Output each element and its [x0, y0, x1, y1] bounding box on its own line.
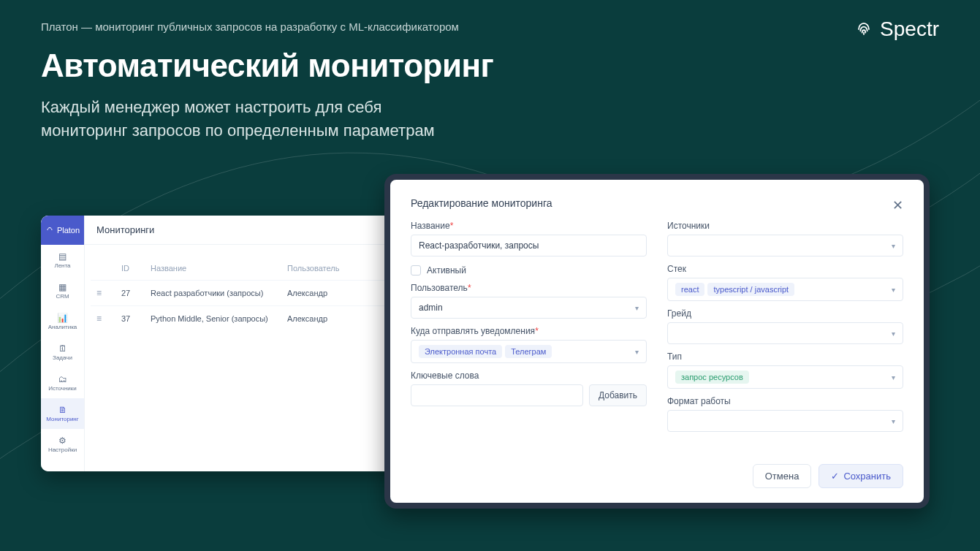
- selected-user: admin: [419, 303, 443, 313]
- sidebar-item-label: Аналитика: [48, 324, 77, 330]
- page-title: Автоматический мониторинг: [41, 48, 939, 84]
- sidebar-item-sources[interactable]: 🗂Источники: [41, 368, 84, 398]
- required-marker: *: [468, 283, 471, 293]
- edit-monitoring-modal: Редактирование мониторинга ✕ Название* R…: [384, 174, 930, 509]
- required-marker: *: [450, 221, 454, 231]
- app-icon: [45, 226, 54, 235]
- tag-typescript[interactable]: typescript / javascript: [707, 283, 794, 296]
- field-notify: Куда отправлять уведомления* Электронная…: [411, 326, 647, 363]
- close-button[interactable]: ✕: [892, 197, 903, 213]
- sidebar-item-label: Настройки: [48, 446, 77, 453]
- save-label: Сохранить: [843, 471, 891, 482]
- add-keyword-button[interactable]: Добавить: [589, 384, 647, 406]
- breadcrumb: Платон — мониторинг публичных запросов н…: [0, 0, 980, 33]
- label-stack: Стек: [667, 264, 903, 274]
- field-type: Тип запрос ресурсов: [667, 352, 903, 389]
- tag-react[interactable]: react: [675, 283, 704, 296]
- grid-icon: ▦: [58, 283, 67, 292]
- select-stack[interactable]: react typescript / javascript: [667, 278, 903, 301]
- field-keywords: Ключевые слова Добавить: [411, 370, 647, 406]
- label-user: Пользователь: [411, 283, 468, 293]
- columns-icon: ▤: [58, 252, 67, 261]
- label-active: Активный: [427, 265, 466, 276]
- sidebar-item-tasks[interactable]: 🗓Задачи: [41, 337, 84, 368]
- select-user[interactable]: admin: [411, 297, 647, 319]
- select-notify[interactable]: Электронная почта Телеграм: [411, 340, 647, 363]
- drag-handle-icon[interactable]: ≡: [96, 288, 121, 298]
- select-type[interactable]: запрос ресурсов: [667, 365, 903, 389]
- sidebar-item-label: Мониторинг: [46, 416, 78, 422]
- sidebar-item-analytics[interactable]: 📊Аналитика: [41, 306, 84, 337]
- checkbox-active[interactable]: [411, 265, 421, 276]
- label-notify: Куда отправлять уведомления: [411, 326, 535, 336]
- sidebar-item-label: Источники: [48, 385, 77, 392]
- close-icon: ✕: [892, 198, 903, 213]
- sidebar-item-label: Лента: [54, 262, 70, 269]
- required-marker: *: [535, 326, 539, 336]
- app-name: Platon: [57, 226, 80, 235]
- cell-name: React разработчики (запросы): [151, 289, 287, 297]
- cell-name: Python Middle, Senior (запросы): [151, 314, 287, 323]
- document-icon: 🗎: [58, 406, 67, 414]
- sidebar-item-settings[interactable]: ⚙Настройки: [41, 429, 84, 460]
- tag-resource-request[interactable]: запрос ресурсов: [675, 370, 749, 384]
- field-grade: Грейд: [667, 308, 903, 344]
- sidebar-item-crm[interactable]: ▦CRM: [41, 276, 84, 306]
- sidebar-item-feed[interactable]: ▤Лента: [41, 245, 84, 276]
- field-format: Формат работы: [667, 396, 903, 432]
- cancel-button[interactable]: Отмена: [753, 464, 812, 488]
- monitoring-table: ID Название Пользователь ≡ 27 React разр…: [85, 245, 436, 343]
- label-format: Формат работы: [667, 396, 903, 406]
- input-name[interactable]: React-разработчики, запросы: [411, 235, 647, 256]
- check-icon: ✓: [831, 471, 839, 482]
- gear-icon: ⚙: [58, 436, 67, 445]
- modal-title: Редактирование мониторинга: [411, 197, 552, 209]
- label-type: Тип: [667, 352, 903, 362]
- col-id: ID: [121, 264, 151, 273]
- brand-logo: Spectr: [854, 18, 939, 41]
- chart-icon: 📊: [57, 314, 68, 322]
- drag-handle-icon[interactable]: ≡: [96, 314, 121, 324]
- input-keyword[interactable]: [411, 384, 583, 406]
- list-page-title: Мониторинги: [85, 216, 436, 245]
- table-row[interactable]: ≡ 37 Python Middle, Senior (запросы) Але…: [91, 305, 430, 331]
- tag-email[interactable]: Электронная почта: [419, 345, 502, 358]
- col-name: Название: [151, 264, 287, 273]
- app-brand: Platon: [41, 216, 84, 245]
- label-keywords: Ключевые слова: [411, 370, 647, 381]
- select-grade[interactable]: [667, 322, 903, 344]
- table-row[interactable]: ≡ 27 React разработчики (запросы) Алекса…: [91, 280, 430, 305]
- fingerprint-icon: [854, 19, 874, 39]
- sidebar: Platon ▤Лента ▦CRM 📊Аналитика 🗓Задачи 🗂И…: [41, 216, 85, 471]
- calendar-icon: 🗓: [58, 344, 67, 353]
- label-grade: Грейд: [667, 308, 903, 319]
- select-format[interactable]: [667, 410, 903, 432]
- label-sources: Источники: [667, 221, 903, 231]
- sidebar-item-label: Задачи: [53, 354, 72, 361]
- field-sources: Источники: [667, 221, 903, 256]
- page-subtitle: Каждый менеджер может настроить для себя…: [41, 96, 450, 142]
- sidebar-item-monitoring[interactable]: 🗎Мониторинг: [41, 398, 84, 429]
- field-stack: Стек react typescript / javascript: [667, 264, 903, 301]
- layers-icon: 🗂: [58, 375, 67, 384]
- cell-id: 27: [121, 289, 151, 297]
- tag-telegram[interactable]: Телеграм: [505, 345, 552, 358]
- label-name: Название: [411, 221, 450, 231]
- sidebar-item-label: CRM: [56, 293, 69, 300]
- cell-id: 37: [121, 314, 151, 323]
- field-user: Пользователь* admin: [411, 283, 647, 319]
- field-active[interactable]: Активный: [411, 265, 647, 276]
- field-name: Название* React-разработчики, запросы: [411, 221, 647, 256]
- brand-text: Spectr: [880, 18, 939, 41]
- table-header: ID Название Пользователь: [91, 256, 430, 280]
- select-sources[interactable]: [667, 235, 903, 256]
- monitoring-list-panel: Platon ▤Лента ▦CRM 📊Аналитика 🗓Задачи 🗂И…: [41, 216, 436, 471]
- save-button[interactable]: ✓ Сохранить: [818, 464, 903, 488]
